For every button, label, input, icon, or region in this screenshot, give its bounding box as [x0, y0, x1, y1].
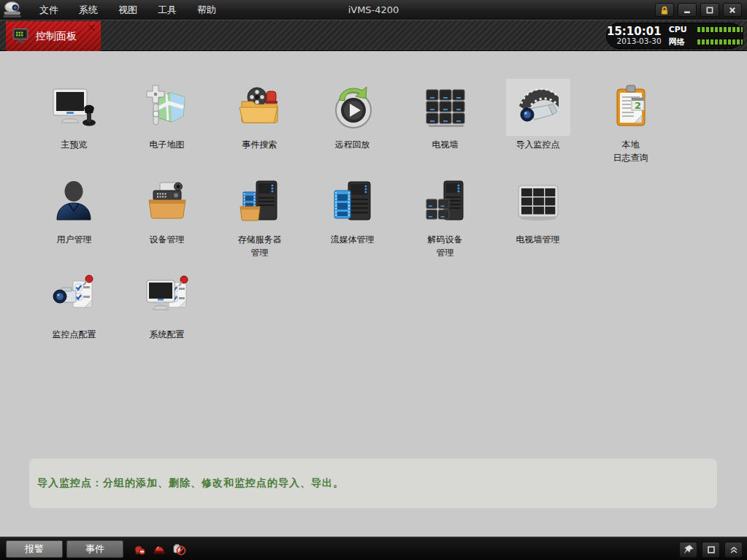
title-bar: 文件 系统 视图 工具 帮助 iVMS-4200: [0, 0, 747, 20]
cpu-usage-bar: [697, 26, 743, 33]
app-label: 监控点配置: [53, 328, 96, 341]
menu-file[interactable]: 文件: [29, 0, 69, 20]
clock-status-pill: 15:10:01 2013-03-30 CPU 网络: [606, 23, 743, 49]
menu-bar: 文件 系统 视图 工具 帮助: [29, 0, 226, 20]
camera-logo-icon: [2, 1, 26, 19]
clock-date: 2013-03-30: [607, 37, 662, 46]
app-label: 本地 日志查询: [613, 138, 648, 164]
user-management-icon: [51, 179, 98, 226]
app-row-1: 主预览 电子地图: [28, 79, 677, 164]
window-controls: [655, 3, 742, 17]
network-usage-bar: [697, 39, 743, 45]
menu-view[interactable]: 视图: [108, 0, 148, 20]
panel-restore-icon: [705, 544, 717, 556]
app-label: 远程回放: [335, 138, 370, 151]
decoding-device-icon: [422, 179, 469, 226]
app-label: 电视墙: [432, 138, 459, 151]
tab-control-panel[interactable]: 控制面板 ✕: [6, 21, 101, 51]
network-label: 网络: [669, 37, 691, 47]
app-import-camera[interactable]: 导入监控点: [491, 79, 584, 164]
log-badge: 2: [634, 100, 640, 111]
app-decoding-device[interactable]: 解码设备 管理: [399, 174, 491, 259]
device-management-icon: [144, 179, 191, 226]
pin-icon: [683, 544, 694, 556]
app-local-log[interactable]: 2 本地 日志查询: [584, 79, 677, 164]
statusbar-right-buttons: [679, 542, 743, 558]
tab-bar: 控制面板 ✕ 15:10:01 2013-03-30 CPU 网络: [0, 20, 747, 51]
app-label: 导入监控点: [516, 138, 560, 151]
description-text: 导入监控点：分组的添加、删除、修改和监控点的导入、导出。: [37, 477, 344, 490]
app-label: 电子地图: [150, 138, 185, 151]
app-remote-playback[interactable]: 远程回放: [306, 79, 399, 164]
app-label: 用户管理: [57, 233, 92, 246]
network-usage-row: 网络: [669, 37, 743, 47]
minimize-icon: [681, 4, 693, 16]
close-icon: [727, 4, 738, 16]
siren-icon[interactable]: [152, 542, 166, 556]
app-user-management[interactable]: 用户管理: [28, 174, 120, 259]
tv-wall-management-icon: [515, 179, 562, 226]
selected-highlight: [506, 79, 570, 136]
local-log-icon: 2: [608, 84, 654, 131]
control-panel-main: 主预览 电子地图: [0, 52, 747, 537]
stream-media-icon: [329, 179, 376, 226]
app-system-config[interactable]: 系统配置: [120, 269, 213, 341]
app-stream-media[interactable]: 流媒体管理: [306, 174, 399, 259]
alarm-horn-icon[interactable]: [132, 542, 147, 556]
usage-block: CPU 网络: [669, 25, 743, 47]
close-button[interactable]: [723, 3, 742, 17]
app-label: 系统配置: [150, 328, 185, 341]
menu-help[interactable]: 帮助: [187, 0, 226, 20]
pin-panel-button[interactable]: [679, 542, 697, 558]
status-bar: 报警 事件: [0, 537, 747, 560]
app-tv-wall-management[interactable]: 电视墙管理: [491, 174, 584, 259]
import-camera-icon: [515, 84, 562, 131]
tv-wall-icon: [422, 84, 469, 131]
collapse-button[interactable]: [724, 542, 743, 558]
menu-tools[interactable]: 工具: [148, 0, 187, 20]
collapse-icon: [728, 544, 740, 556]
mute-icon[interactable]: [172, 542, 186, 556]
camera-config-icon: [51, 274, 98, 321]
app-label: 电视墙管理: [516, 233, 560, 246]
restore-icon: [704, 4, 716, 16]
app-label: 主预览: [61, 138, 88, 151]
description-panel: 导入监控点：分组的添加、删除、修改和监控点的导入、导出。: [29, 459, 717, 508]
app-event-search[interactable]: 事件搜索: [213, 79, 306, 164]
tab-label: 控制面板: [36, 30, 77, 43]
lock-icon: [659, 4, 670, 16]
app-main-preview[interactable]: 主预览: [28, 79, 120, 164]
app-logo: [0, 0, 28, 20]
app-emap[interactable]: 电子地图: [120, 79, 213, 164]
event-button[interactable]: 事件: [66, 540, 123, 558]
cpu-label: CPU: [669, 25, 691, 34]
emap-icon: [144, 84, 191, 131]
app-device-management[interactable]: 设备管理: [120, 174, 213, 259]
app-row-3: 监控点配置: [28, 269, 213, 341]
lock-button[interactable]: [655, 3, 674, 17]
status-icons: [132, 542, 186, 556]
app-camera-config[interactable]: 监控点配置: [28, 269, 120, 341]
panel-restore-button[interactable]: [702, 542, 720, 558]
app-label: 事件搜索: [242, 138, 277, 151]
app-label: 设备管理: [150, 233, 185, 246]
storage-server-icon: [237, 179, 283, 226]
system-config-icon: [144, 274, 191, 321]
remote-playback-icon: [329, 84, 376, 131]
clock-block: 15:10:01 2013-03-30: [607, 26, 662, 46]
app-label: 流媒体管理: [331, 233, 375, 246]
restore-button[interactable]: [700, 3, 719, 17]
app-label: 解码设备 管理: [428, 233, 463, 259]
app-label: 存储服务器 管理: [238, 233, 282, 259]
tab-close-icon[interactable]: ✕: [87, 23, 96, 33]
clock-time: 15:10:01: [607, 26, 662, 38]
event-search-icon: [237, 84, 283, 131]
alarm-button[interactable]: 报警: [6, 540, 63, 558]
menu-system[interactable]: 系统: [69, 0, 108, 20]
minimize-button[interactable]: [678, 3, 697, 17]
app-tv-wall[interactable]: 电视墙: [399, 79, 491, 164]
main-preview-icon: [51, 84, 98, 131]
app-row-2: 用户管理 设备管理: [28, 174, 584, 259]
app-storage-server[interactable]: 存储服务器 管理: [213, 174, 306, 259]
cpu-usage-row: CPU: [669, 25, 743, 34]
